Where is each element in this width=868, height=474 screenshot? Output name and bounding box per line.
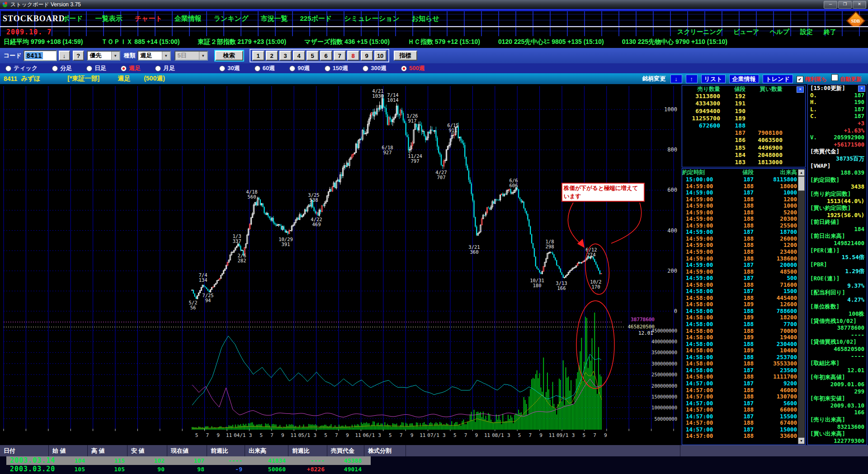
priority-select[interactable]: 優先 ▼ bbox=[87, 51, 120, 61]
column-header: 現在値 bbox=[167, 445, 207, 456]
menu-item-ranking[interactable]: ランキング bbox=[214, 14, 249, 23]
period-label: 90週 bbox=[297, 64, 310, 72]
period-radio-weekly[interactable]: 週足 bbox=[121, 64, 141, 72]
period-select[interactable]: 週足 ▼ bbox=[137, 51, 171, 61]
list-button[interactable]: リスト bbox=[701, 75, 726, 83]
tick-time: 14:59:00 bbox=[682, 249, 724, 256]
chart-slot-button-9[interactable]: 9 bbox=[361, 51, 373, 61]
menu-item-news[interactable]: お知らせ bbox=[412, 14, 439, 23]
menu-item-board[interactable]: ボード bbox=[62, 14, 83, 23]
tick-row: 14:59:0018823400 bbox=[682, 249, 805, 256]
svg-text:3: 3 bbox=[249, 432, 252, 438]
tick-price: 188 bbox=[724, 308, 754, 315]
code-input[interactable]: 8411 bbox=[24, 50, 57, 61]
stat-label: [15:00更新] bbox=[810, 85, 845, 92]
indicator-button[interactable]: 指標 bbox=[394, 51, 417, 61]
change-symbol-button[interactable]: 銘柄変更 bbox=[642, 75, 666, 83]
stat-line-4: C.187 bbox=[808, 113, 867, 120]
stats-panel: ✕ [15:00更新]O.187H.190L.187C.187+3+1.63%V… bbox=[807, 84, 867, 445]
stat-line-26: 1.29倍 bbox=[808, 268, 867, 275]
period-radio-monthly[interactable]: 月足 bbox=[155, 64, 175, 72]
close-icon[interactable]: ✕ bbox=[797, 86, 804, 93]
stat-line-13: [約定回数] bbox=[808, 176, 867, 184]
tick-price: 188 bbox=[724, 374, 754, 380]
menu-item-list-view[interactable]: 一覧表示 bbox=[95, 14, 123, 23]
menu-item-viewer[interactable]: ビューア bbox=[733, 28, 759, 36]
code-down-button[interactable]: ↓ bbox=[59, 51, 70, 61]
stat-line-16: 1513(44.0%) bbox=[808, 198, 867, 205]
chart-slot-button-5[interactable]: 5 bbox=[307, 51, 319, 61]
price-chart[interactable]: 1000800600400200045000000040000000035000… bbox=[0, 84, 680, 445]
menu-row-2: 2009.10. 7 スクリーニングビューアヘルプ設定終了 bbox=[0, 26, 868, 37]
chart-slot-button-6[interactable]: 6 bbox=[320, 51, 332, 61]
menu-item-simulation[interactable]: シミュレーション bbox=[344, 14, 399, 23]
ask-price: 191 bbox=[721, 100, 753, 107]
period-radio-w150[interactable]: 150週 bbox=[325, 64, 349, 72]
ex-rights-checkbox[interactable]: ✔ bbox=[797, 76, 803, 83]
table-row[interactable]: 2003.03.201051059098-950060+822649014 bbox=[0, 465, 868, 474]
minimize-button[interactable]: ─ bbox=[824, 1, 837, 9]
period-radio-w90[interactable]: 90週 bbox=[289, 64, 310, 72]
tick-price: 188 bbox=[724, 407, 754, 413]
tick-volume: 253700 bbox=[754, 354, 797, 361]
chart-slot-button-3[interactable]: 3 bbox=[279, 51, 292, 61]
chart-slot-button-8[interactable]: 8 bbox=[347, 51, 359, 61]
trend-button[interactable]: トレンド bbox=[763, 75, 793, 83]
table-row[interactable]: 2003.03.14104115102107----41834----45388 bbox=[0, 456, 868, 465]
period-radio-w30[interactable]: 30週 bbox=[219, 64, 240, 72]
scroll-up-icon[interactable]: ▲ bbox=[798, 169, 805, 176]
company-info-button[interactable]: 企業情報 bbox=[729, 75, 759, 83]
order-book-header: 売り数量値段買い数量 bbox=[682, 85, 805, 93]
menu-item-chart[interactable]: チャート bbox=[135, 14, 162, 23]
chart-slot-button-1[interactable]: 1 bbox=[252, 51, 264, 61]
close-icon[interactable]: ✕ bbox=[858, 85, 865, 92]
menu-item-settings[interactable]: 設定 bbox=[800, 28, 813, 36]
symbol-up-button[interactable]: ↑ bbox=[686, 75, 698, 83]
svg-text:465820500: 465820500 bbox=[627, 324, 655, 330]
period-radio-w300[interactable]: 300週 bbox=[363, 64, 387, 72]
stat-line-3: L.187 bbox=[808, 106, 867, 113]
window-title: ストックボード Version 3.75 bbox=[10, 1, 81, 9]
stat-label: [年初来高値] bbox=[810, 374, 845, 381]
sdb-logo-text: SDB bbox=[851, 18, 860, 23]
stat-line-18: 1925(56.0%) bbox=[808, 212, 867, 219]
radio-icon bbox=[155, 66, 161, 71]
svg-text:0: 0 bbox=[674, 308, 677, 314]
scroll-down-icon[interactable]: ▼ bbox=[798, 437, 805, 444]
menu-item-company-info[interactable]: 企業情報 bbox=[175, 14, 202, 23]
menu-item-help[interactable]: ヘルプ bbox=[770, 28, 789, 36]
chart-slot-button-2[interactable]: 2 bbox=[266, 51, 278, 61]
period-radio-w60[interactable]: 60週 bbox=[255, 64, 275, 72]
period-radio-minute[interactable]: 分足 bbox=[52, 64, 72, 72]
auto-update-checkbox[interactable] bbox=[831, 74, 838, 81]
chart-slot-button-10[interactable]: 10 bbox=[374, 51, 387, 61]
tick-scrollbar[interactable]: ▲ ▼ bbox=[798, 169, 805, 444]
period-radio-daily[interactable]: 日足 bbox=[86, 64, 106, 72]
ticker-item-1: ＴＯＰＩＸ 885 +14 (15:00) bbox=[101, 38, 179, 46]
order-book-panel: ✕ 売り数量値段買い数量3113800192433430019169494001… bbox=[682, 85, 806, 167]
period-radio-tick[interactable]: ティック bbox=[5, 64, 38, 72]
scroll-thumb[interactable] bbox=[798, 176, 805, 191]
menu-item-screening[interactable]: スクリーニング bbox=[677, 28, 722, 36]
chart-slot-button-4[interactable]: 4 bbox=[293, 51, 305, 61]
column-header: 株式分割 bbox=[364, 445, 406, 456]
chart-slot-button-7[interactable]: 7 bbox=[334, 51, 346, 61]
history-table-rows: 2003.03.14104115102107----41834----45388… bbox=[0, 456, 868, 474]
close-button[interactable]: ✕ bbox=[853, 1, 866, 9]
stat-line-29: [配当利回り] bbox=[808, 289, 867, 296]
menu-item-225-board[interactable]: 225ボード bbox=[300, 14, 332, 23]
symbol-down-button[interactable]: ↓ bbox=[670, 75, 682, 83]
tick-time: 14:57:00 bbox=[682, 427, 724, 433]
stat-line-47: [売り出来高] bbox=[808, 416, 867, 423]
period-radio-w500[interactable]: 500週 bbox=[401, 64, 425, 72]
help-button[interactable]: ? bbox=[73, 51, 84, 61]
ask-price: 190 bbox=[721, 108, 753, 115]
maximize-button[interactable]: ❐ bbox=[838, 1, 852, 9]
stat-line-49: [買い出来高] bbox=[808, 430, 867, 437]
mid-qty: 672600 bbox=[682, 122, 721, 129]
menu-item-market-overview[interactable]: 市況一覧 bbox=[261, 14, 288, 23]
menu-item-exit[interactable]: 終了 bbox=[824, 28, 836, 36]
search-button[interactable]: 検索 bbox=[215, 51, 243, 61]
tick-price: 188 bbox=[724, 203, 754, 209]
stat-label: [約定回数] bbox=[810, 176, 840, 184]
